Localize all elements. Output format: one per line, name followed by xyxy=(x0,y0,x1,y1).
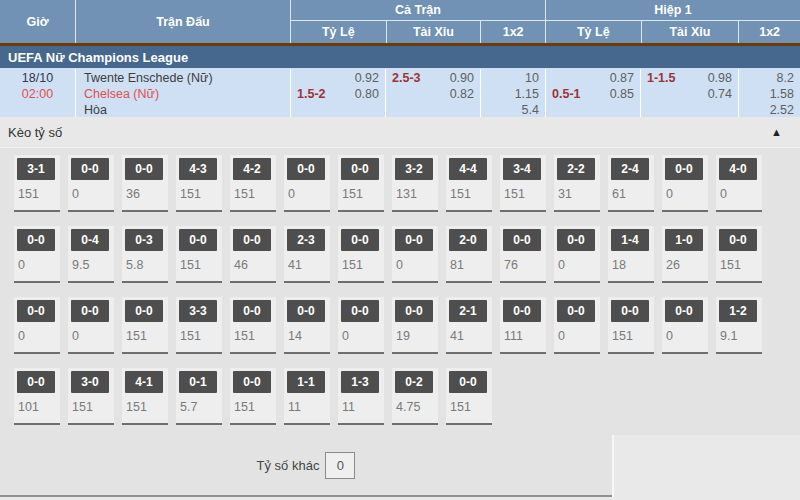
score-cell[interactable]: 1-311 xyxy=(338,368,384,425)
full-1x2-cell: 10 1.15 5.4 xyxy=(480,69,545,117)
score-cell[interactable]: 4-2151 xyxy=(230,155,276,212)
score-cell[interactable]: 0-00 xyxy=(284,155,330,212)
half-under[interactable]: 0.74 xyxy=(647,86,732,102)
half-handicap-under[interactable]: 0.5-1 0.85 xyxy=(552,86,634,102)
full-over-odds[interactable]: 0.90 xyxy=(450,70,474,86)
score-cell[interactable]: 2-141 xyxy=(446,297,492,354)
half-overunder-cell: 1-1.5 0.98 0.74 xyxy=(640,69,738,117)
half-under-odds[interactable]: 0.74 xyxy=(708,86,732,102)
score-label: 3-3 xyxy=(179,300,217,322)
full-handicap-over-odds[interactable]: 0.92 xyxy=(355,70,379,86)
full-handicap-under[interactable]: 1.5-2 0.80 xyxy=(297,86,379,102)
score-cell[interactable]: 4-00 xyxy=(716,155,762,212)
full-1x2-draw-odds[interactable]: 5.4 xyxy=(487,102,539,118)
half-1x2-home-odds[interactable]: 8.2 xyxy=(745,70,794,86)
score-cell[interactable]: 0-00 xyxy=(14,226,60,283)
score-cell[interactable]: 0-0111 xyxy=(500,297,546,354)
score-cell[interactable]: 3-2131 xyxy=(392,155,438,212)
score-odds: 19 xyxy=(395,329,438,343)
score-cell[interactable]: 3-3151 xyxy=(176,297,222,354)
score-label: 0-0 xyxy=(233,229,271,251)
half-1x2-draw-odds[interactable]: 2.52 xyxy=(745,102,794,118)
score-cell[interactable]: 0-0151 xyxy=(446,368,492,425)
score-cell[interactable]: 0-0151 xyxy=(230,297,276,354)
score-cell[interactable]: 0-0151 xyxy=(338,155,384,212)
score-cell[interactable]: 0-019 xyxy=(392,297,438,354)
score-cell[interactable]: 3-4151 xyxy=(500,155,546,212)
score-cell[interactable]: 0-00 xyxy=(68,297,114,354)
full-under-odds[interactable]: 0.82 xyxy=(450,86,474,102)
bottom-right-panel xyxy=(612,435,800,497)
score-cell[interactable]: 1-026 xyxy=(662,226,708,283)
half-1x2-away-odds[interactable]: 1.58 xyxy=(745,86,794,102)
score-cell[interactable]: 4-1151 xyxy=(122,368,168,425)
score-cell[interactable]: 0-0151 xyxy=(608,297,654,354)
score-cell[interactable]: 1-418 xyxy=(608,226,654,283)
full-under[interactable]: 0.82 xyxy=(392,86,474,102)
score-cell[interactable]: 0-0151 xyxy=(122,297,168,354)
score-cell[interactable]: 0-0151 xyxy=(338,226,384,283)
correct-score-header[interactable]: Kèo tỷ số ▲ xyxy=(0,117,800,148)
score-odds: 41 xyxy=(449,329,492,343)
half-handicap-over-odds[interactable]: 0.87 xyxy=(610,70,634,86)
score-cell[interactable]: 0-076 xyxy=(500,226,546,283)
full-1x2-away-odds[interactable]: 1.15 xyxy=(487,86,539,102)
header-half-overunder: Tài Xỉu xyxy=(641,21,739,43)
half-over[interactable]: 1-1.5 0.98 xyxy=(647,70,732,86)
full-over[interactable]: 2.5-3 0.90 xyxy=(392,70,474,86)
score-odds: 0 xyxy=(287,187,330,201)
score-cell[interactable]: 2-081 xyxy=(446,226,492,283)
score-cell[interactable]: 2-341 xyxy=(284,226,330,283)
score-cell[interactable]: 0-00 xyxy=(68,155,114,212)
score-cell[interactable]: 0-00 xyxy=(662,155,708,212)
score-cell[interactable]: 0-00 xyxy=(14,297,60,354)
score-cell[interactable]: 3-1151 xyxy=(14,155,60,212)
score-cell[interactable]: 1-111 xyxy=(284,368,330,425)
score-odds: 131 xyxy=(395,187,438,201)
collapse-icon[interactable]: ▲ xyxy=(771,126,782,138)
score-odds: 0 xyxy=(557,329,600,343)
score-cell[interactable]: 0-00 xyxy=(392,226,438,283)
score-cell[interactable]: 0-00 xyxy=(554,297,600,354)
score-cell[interactable]: 4-3151 xyxy=(176,155,222,212)
half-handicap-over[interactable]: 0.87 xyxy=(552,70,634,86)
score-cell[interactable]: 0-0151 xyxy=(716,226,762,283)
half-handicap-under-odds[interactable]: 0.85 xyxy=(610,86,634,102)
score-cell[interactable]: 0-00 xyxy=(338,297,384,354)
score-cell[interactable]: 2-461 xyxy=(608,155,654,212)
half-over-odds[interactable]: 0.98 xyxy=(708,70,732,86)
score-cell[interactable]: 0-24.75 xyxy=(392,368,438,425)
score-cell[interactable]: 0-046 xyxy=(230,226,276,283)
full-handicap-over[interactable]: 0.92 xyxy=(297,70,379,86)
score-label: 0-3 xyxy=(125,229,163,251)
score-odds: 151 xyxy=(179,258,222,272)
score-cell[interactable]: 0-35.8 xyxy=(122,226,168,283)
score-cell[interactable]: 0-49.5 xyxy=(68,226,114,283)
score-row: 3-11510-000-0364-31514-21510-000-01513-2… xyxy=(14,155,800,212)
full-handicap-under-odds[interactable]: 0.80 xyxy=(355,86,379,102)
score-cell[interactable]: 0-00 xyxy=(554,226,600,283)
score-cell[interactable]: 0-0151 xyxy=(230,368,276,425)
score-cell[interactable]: 0-0151 xyxy=(176,226,222,283)
score-cell[interactable]: 2-231 xyxy=(554,155,600,212)
score-cell[interactable]: 3-0151 xyxy=(68,368,114,425)
header-group-full-match: Cả Trận Tỷ Lệ Tài Xỉu 1x2 xyxy=(290,0,545,43)
score-cell[interactable]: 0-014 xyxy=(284,297,330,354)
score-label: 2-0 xyxy=(449,229,487,251)
other-score-input[interactable]: 0 xyxy=(325,452,355,479)
score-label: 0-0 xyxy=(557,229,595,251)
score-cell[interactable]: 0-15.7 xyxy=(176,368,222,425)
score-label: 0-0 xyxy=(341,229,379,251)
full-1x2-home-odds[interactable]: 10 xyxy=(487,70,539,86)
score-odds: 46 xyxy=(233,258,276,272)
score-odds: 26 xyxy=(665,258,708,272)
score-cell[interactable]: 0-00 xyxy=(662,297,708,354)
score-cell[interactable]: 0-036 xyxy=(122,155,168,212)
score-cell[interactable]: 4-4151 xyxy=(446,155,492,212)
score-odds: 151 xyxy=(125,400,168,414)
score-cell[interactable]: 0-0101 xyxy=(14,368,60,425)
score-cell[interactable]: 1-29.1 xyxy=(716,297,762,354)
score-label: 0-0 xyxy=(125,158,163,180)
score-label: 1-3 xyxy=(341,371,379,393)
score-grid: 3-11510-000-0364-31514-21510-000-01513-2… xyxy=(0,148,800,435)
